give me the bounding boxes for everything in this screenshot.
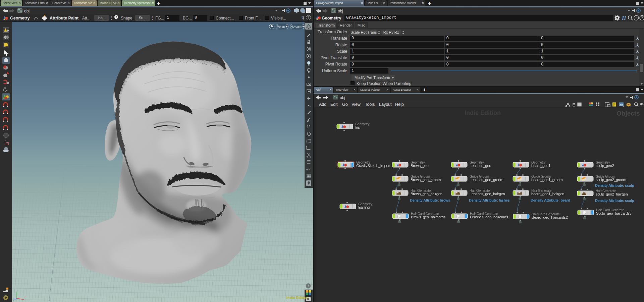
svg-text:12: 12: [307, 125, 311, 129]
svg-text:Density Attribute: sculp: Density Attribute: sculp: [595, 183, 634, 187]
svg-text:Brows_geo: Brows_geo: [411, 164, 429, 168]
svg-text:Density Attribute: brows: Density Attribute: brows: [410, 198, 450, 202]
svg-text:Beard_geo_haircards2: Beard_geo_haircards2: [532, 215, 568, 219]
svg-text:Density Attribute: sculp: Density Attribute: sculp: [595, 199, 634, 203]
svg-text:i: i: [636, 16, 637, 20]
svg-text:Leashes_geo_haircards1: Leashes_geo_haircards1: [470, 215, 510, 219]
svg-text:Leashes_geo_groom: Leashes_geo_groom: [470, 178, 503, 182]
svg-text:sculp_geo2_hairgen: sculp_geo2_hairgen: [596, 192, 628, 196]
svg-text:Brows_geo_haircards: Brows_geo_haircards: [411, 215, 445, 219]
svg-text:Leashes_geo_hairgen: Leashes_geo_hairgen: [470, 192, 505, 196]
svg-text:abc: abc: [306, 168, 311, 171]
svg-text:Earring: Earring: [358, 205, 370, 209]
svg-text:Brows_geo_hairgen: Brows_geo_hairgen: [411, 192, 442, 196]
svg-text:?: ?: [641, 16, 643, 20]
svg-text:Leashes_geo: Leashes_geo: [470, 164, 491, 168]
svg-text:Sculp_geo_haircards3: Sculp_geo_haircards3: [596, 211, 631, 215]
svg-text:GravitySketch_Import: GravitySketch_Import: [356, 164, 391, 168]
svg-text:Density Attribute: beard: Density Attribute: beard: [531, 198, 570, 202]
svg-text:Density Attribute: lashes: Density Attribute: lashes: [469, 198, 510, 202]
svg-text:Iris: Iris: [355, 125, 360, 129]
svg-text:Brows_geo_groom: Brows_geo_groom: [411, 178, 441, 182]
svg-text:y: y: [18, 291, 19, 294]
svg-text:beard_geo1: beard_geo1: [531, 164, 550, 168]
svg-text:beard_geo1_hairgen: beard_geo1_hairgen: [531, 192, 564, 196]
svg-text:beard_geo1_groom: beard_geo1_groom: [531, 178, 562, 182]
svg-text:z: z: [14, 297, 15, 300]
svg-text:H: H: [622, 15, 626, 21]
svg-text:x: x: [24, 296, 26, 299]
svg-text:sculp_geo2: sculp_geo2: [596, 164, 614, 168]
svg-text:sculp_geo2_groom: sculp_geo2_groom: [596, 178, 626, 182]
